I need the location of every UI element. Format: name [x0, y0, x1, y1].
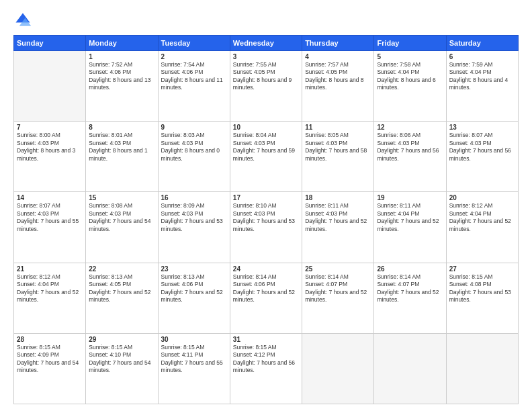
calendar-cell: 15Sunrise: 8:08 AMSunset: 4:03 PMDayligh…: [86, 192, 158, 263]
logo: [13, 11, 35, 30]
calendar-header-row: SundayMondayTuesdayWednesdayThursdayFrid…: [14, 36, 519, 51]
calendar-header-wednesday: Wednesday: [230, 36, 302, 51]
day-info: Sunrise: 8:11 AMSunset: 4:03 PMDaylight:…: [305, 202, 371, 233]
calendar-week-3: 21Sunrise: 8:12 AMSunset: 4:04 PMDayligh…: [14, 263, 519, 333]
calendar-header-monday: Monday: [86, 36, 158, 51]
day-number: 26: [377, 265, 443, 273]
calendar-cell: 10Sunrise: 8:04 AMSunset: 4:03 PMDayligh…: [230, 122, 302, 192]
calendar-cell: 31Sunrise: 8:15 AMSunset: 4:12 PMDayligh…: [230, 333, 302, 404]
day-info: Sunrise: 8:14 AMSunset: 4:07 PMDaylight:…: [305, 273, 371, 304]
calendar-cell: 14Sunrise: 8:07 AMSunset: 4:03 PMDayligh…: [14, 192, 86, 263]
day-number: 9: [161, 124, 227, 131]
day-info: Sunrise: 8:00 AMSunset: 4:03 PMDaylight:…: [17, 132, 83, 163]
calendar-cell: 27Sunrise: 8:15 AMSunset: 4:08 PMDayligh…: [446, 263, 518, 333]
calendar-cell: 30Sunrise: 8:15 AMSunset: 4:11 PMDayligh…: [158, 333, 230, 404]
calendar-cell: 21Sunrise: 8:12 AMSunset: 4:04 PMDayligh…: [14, 263, 86, 333]
day-info: Sunrise: 8:07 AMSunset: 4:03 PMDaylight:…: [17, 202, 83, 233]
day-number: 30: [161, 336, 227, 343]
day-number: 6: [449, 53, 515, 60]
day-info: Sunrise: 8:14 AMSunset: 4:06 PMDaylight:…: [233, 273, 299, 304]
day-info: Sunrise: 8:12 AMSunset: 4:04 PMDaylight:…: [17, 273, 83, 304]
day-number: 28: [17, 336, 83, 343]
calendar-week-4: 28Sunrise: 8:15 AMSunset: 4:09 PMDayligh…: [14, 333, 519, 404]
calendar-header-thursday: Thursday: [302, 36, 374, 51]
day-number: 24: [233, 265, 299, 273]
day-info: Sunrise: 8:04 AMSunset: 4:03 PMDaylight:…: [233, 132, 299, 163]
day-info: Sunrise: 7:54 AMSunset: 4:06 PMDaylight:…: [161, 61, 227, 92]
calendar-cell: 5Sunrise: 7:58 AMSunset: 4:04 PMDaylight…: [374, 51, 446, 122]
day-number: 21: [17, 265, 83, 273]
day-info: Sunrise: 8:15 AMSunset: 4:09 PMDaylight:…: [17, 344, 83, 375]
day-number: 8: [89, 124, 154, 131]
day-number: 1: [89, 53, 154, 60]
day-info: Sunrise: 8:14 AMSunset: 4:07 PMDaylight:…: [377, 273, 443, 304]
calendar-week-1: 7Sunrise: 8:00 AMSunset: 4:03 PMDaylight…: [14, 122, 519, 192]
calendar-cell: 3Sunrise: 7:55 AMSunset: 4:05 PMDaylight…: [230, 51, 302, 122]
day-info: Sunrise: 7:55 AMSunset: 4:05 PMDaylight:…: [233, 61, 299, 92]
day-number: 13: [449, 124, 515, 131]
day-number: 23: [161, 265, 227, 273]
calendar-header-friday: Friday: [374, 36, 446, 51]
calendar-cell: 7Sunrise: 8:00 AMSunset: 4:03 PMDaylight…: [14, 122, 86, 192]
day-number: 3: [233, 53, 299, 60]
calendar-cell: 23Sunrise: 8:13 AMSunset: 4:06 PMDayligh…: [158, 263, 230, 333]
day-number: 27: [449, 265, 515, 273]
day-number: 16: [161, 194, 227, 201]
calendar-cell: [446, 333, 518, 404]
calendar-cell: 24Sunrise: 8:14 AMSunset: 4:06 PMDayligh…: [230, 263, 302, 333]
calendar-week-2: 14Sunrise: 8:07 AMSunset: 4:03 PMDayligh…: [14, 192, 519, 263]
day-number: 19: [377, 194, 443, 201]
day-number: 4: [305, 53, 371, 60]
day-info: Sunrise: 8:15 AMSunset: 4:11 PMDaylight:…: [161, 344, 227, 375]
calendar-cell: 18Sunrise: 8:11 AMSunset: 4:03 PMDayligh…: [302, 192, 374, 263]
day-info: Sunrise: 8:13 AMSunset: 4:05 PMDaylight:…: [89, 273, 154, 304]
header: [13, 11, 519, 30]
calendar-cell: 6Sunrise: 7:59 AMSunset: 4:04 PMDaylight…: [446, 51, 518, 122]
calendar-cell: 17Sunrise: 8:10 AMSunset: 4:03 PMDayligh…: [230, 192, 302, 263]
day-info: Sunrise: 7:57 AMSunset: 4:05 PMDaylight:…: [305, 61, 371, 92]
day-info: Sunrise: 8:06 AMSunset: 4:03 PMDaylight:…: [377, 132, 443, 163]
day-info: Sunrise: 8:13 AMSunset: 4:06 PMDaylight:…: [161, 273, 227, 304]
calendar-header-tuesday: Tuesday: [158, 36, 230, 51]
day-info: Sunrise: 8:12 AMSunset: 4:04 PMDaylight:…: [449, 202, 515, 233]
day-number: 2: [161, 53, 227, 60]
calendar-cell: 12Sunrise: 8:06 AMSunset: 4:03 PMDayligh…: [374, 122, 446, 192]
calendar-cell: 11Sunrise: 8:05 AMSunset: 4:03 PMDayligh…: [302, 122, 374, 192]
calendar-cell: [302, 333, 374, 404]
calendar-cell: 13Sunrise: 8:07 AMSunset: 4:03 PMDayligh…: [446, 122, 518, 192]
day-number: 12: [377, 124, 443, 131]
calendar-cell: 20Sunrise: 8:12 AMSunset: 4:04 PMDayligh…: [446, 192, 518, 263]
calendar-cell: 8Sunrise: 8:01 AMSunset: 4:03 PMDaylight…: [86, 122, 158, 192]
day-info: Sunrise: 8:10 AMSunset: 4:03 PMDaylight:…: [233, 202, 299, 233]
day-number: 17: [233, 194, 299, 201]
calendar-cell: [374, 333, 446, 404]
day-info: Sunrise: 8:11 AMSunset: 4:04 PMDaylight:…: [377, 202, 443, 233]
calendar-cell: 26Sunrise: 8:14 AMSunset: 4:07 PMDayligh…: [374, 263, 446, 333]
calendar-cell: 1Sunrise: 7:52 AMSunset: 4:06 PMDaylight…: [86, 51, 158, 122]
day-info: Sunrise: 7:52 AMSunset: 4:06 PMDaylight:…: [89, 61, 154, 92]
calendar-cell: 19Sunrise: 8:11 AMSunset: 4:04 PMDayligh…: [374, 192, 446, 263]
day-number: 22: [89, 265, 154, 273]
page: SundayMondayTuesdayWednesdayThursdayFrid…: [0, 0, 532, 411]
calendar-cell: 4Sunrise: 7:57 AMSunset: 4:05 PMDaylight…: [302, 51, 374, 122]
day-info: Sunrise: 8:08 AMSunset: 4:03 PMDaylight:…: [89, 202, 154, 233]
day-number: 14: [17, 194, 83, 201]
day-info: Sunrise: 8:15 AMSunset: 4:12 PMDaylight:…: [233, 344, 299, 375]
calendar-cell: 25Sunrise: 8:14 AMSunset: 4:07 PMDayligh…: [302, 263, 374, 333]
day-info: Sunrise: 8:03 AMSunset: 4:03 PMDaylight:…: [161, 132, 227, 163]
logo-icon: [13, 11, 32, 30]
day-info: Sunrise: 8:05 AMSunset: 4:03 PMDaylight:…: [305, 132, 371, 163]
day-number: 5: [377, 53, 443, 60]
day-info: Sunrise: 8:07 AMSunset: 4:03 PMDaylight:…: [449, 132, 515, 163]
day-number: 25: [305, 265, 371, 273]
day-info: Sunrise: 8:01 AMSunset: 4:03 PMDaylight:…: [89, 132, 154, 163]
day-info: Sunrise: 8:15 AMSunset: 4:10 PMDaylight:…: [89, 344, 154, 375]
day-number: 10: [233, 124, 299, 131]
day-number: 7: [17, 124, 83, 131]
day-number: 11: [305, 124, 371, 131]
day-info: Sunrise: 7:58 AMSunset: 4:04 PMDaylight:…: [377, 61, 443, 92]
calendar-cell: 16Sunrise: 8:09 AMSunset: 4:03 PMDayligh…: [158, 192, 230, 263]
calendar-header-saturday: Saturday: [446, 36, 518, 51]
calendar-header-sunday: Sunday: [14, 36, 86, 51]
calendar-cell: 9Sunrise: 8:03 AMSunset: 4:03 PMDaylight…: [158, 122, 230, 192]
